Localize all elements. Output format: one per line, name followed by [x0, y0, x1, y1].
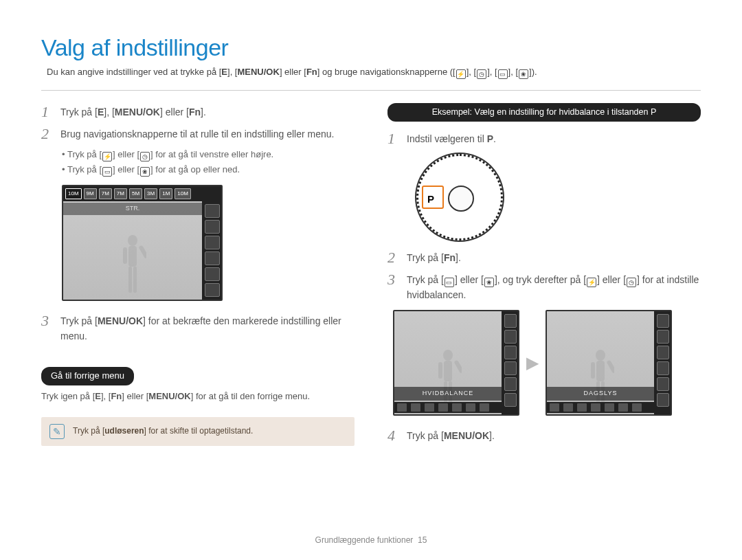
left-step-3: 3 Tryk på [MENU/OK] for at bekræfte den … — [41, 312, 355, 344]
intro-text: Du kan angive indstillinger ved at trykk… — [41, 67, 701, 91]
right-step-3: 3 Tryk på [▭] eller [❀], og tryk derefte… — [387, 271, 701, 302]
svg-rect-13 — [596, 361, 605, 381]
note-box: ✎ Tryk på [udløseren] for at skifte til … — [41, 417, 355, 446]
right-step-1: 1 Indstil vælgeren til P. — [387, 130, 701, 148]
page: Valg af indstillinger Du kan angive inds… — [0, 0, 742, 560]
svg-point-0 — [128, 235, 137, 246]
lcd-wb-icons — [547, 402, 654, 413]
lcd-body — [63, 201, 202, 300]
left-step-1: 1 Tryk på [E], [MENU/OK] eller [Fn]. — [41, 103, 355, 121]
left-bullets: Tryk på [⚡] eller [◷] for at gå til vens… — [62, 148, 355, 177]
silhouette-icon — [587, 348, 614, 410]
page-title: Valg af indstillinger — [41, 34, 701, 61]
svg-rect-3 — [138, 245, 146, 259]
display-icon: ▭ — [445, 278, 454, 287]
intro-key-e: E — [221, 67, 227, 77]
lcd-strip-label: DAGSLYS — [547, 387, 654, 401]
intro-key-menu: MENU/OK — [237, 67, 279, 77]
lcd-chip: 7M — [114, 188, 127, 199]
silhouette-icon — [434, 348, 462, 410]
timer-icon: ◷ — [627, 278, 636, 287]
svg-rect-8 — [438, 362, 442, 379]
svg-point-12 — [596, 350, 605, 361]
svg-rect-5 — [133, 267, 137, 293]
left-step-2: 2 Brug navigationsknapperne til at rulle… — [41, 125, 355, 143]
lcd-chip: 9M — [84, 188, 97, 199]
step-number: 2 — [387, 249, 400, 267]
lcd-chip: 3M — [144, 188, 157, 199]
silhouette-icon — [119, 234, 146, 295]
lcd-sidebar — [202, 201, 221, 300]
mode-dial: P — [415, 153, 504, 242]
macro-icon: ❀ — [519, 69, 528, 79]
go-back-text: Tryk igen på [E], [Fn] eller [MENU/OK] f… — [41, 390, 355, 403]
macro-icon: ❀ — [140, 167, 150, 177]
right-step-2: 2 Tryk på [Fn]. — [387, 249, 701, 267]
flash-icon: ⚡ — [587, 278, 596, 287]
svg-point-6 — [443, 350, 453, 361]
display-icon: ▭ — [102, 167, 112, 177]
go-back-heading: Gå til forrige menu — [41, 367, 134, 385]
lcd-chip: 7M — [99, 188, 112, 199]
svg-rect-4 — [128, 267, 132, 293]
step-number: 3 — [41, 312, 54, 344]
arrow-right-icon: ▶ — [526, 350, 539, 375]
lcd-compare-row: HVIDBALANCE ▶ DAGSLYS — [393, 310, 701, 416]
note-icon: ✎ — [49, 424, 65, 439]
timer-icon: ◷ — [140, 152, 150, 161]
bullet-up-down: Tryk på [▭] eller [❀] for at gå op eller… — [62, 163, 355, 177]
flash-icon: ⚡ — [456, 69, 466, 79]
timer-icon: ◷ — [477, 69, 486, 79]
step-number: 4 — [387, 427, 400, 445]
flash-icon: ⚡ — [102, 152, 112, 161]
step-number: 1 — [387, 130, 400, 148]
step-number: 2 — [41, 125, 54, 143]
lcd-chip: 10M — [175, 188, 191, 199]
intro-key-fn: Fn — [306, 67, 317, 77]
lcd-chip: 5M — [129, 188, 142, 199]
right-column: Eksempel: Vælg en indstilling for hvidba… — [387, 103, 701, 449]
svg-rect-9 — [453, 359, 462, 373]
lcd-chip: 1M — [159, 188, 172, 199]
left-column: 1 Tryk på [E], [MENU/OK] eller [Fn]. 2 B… — [41, 103, 355, 449]
svg-rect-14 — [591, 362, 595, 379]
svg-rect-7 — [444, 361, 452, 381]
content-columns: 1 Tryk på [E], [MENU/OK] eller [Fn]. 2 B… — [41, 103, 701, 449]
step-number: 1 — [41, 103, 54, 121]
intro-prefix: Du kan angive indstillinger ved at trykk… — [47, 67, 221, 77]
page-footer: Grundlæggende funktioner 15 — [0, 535, 742, 545]
lcd-strip-label: HVIDBALANCE — [394, 387, 502, 401]
display-icon: ▭ — [498, 69, 508, 79]
lcd-wb-icons — [394, 402, 502, 413]
right-step-4: 4 Tryk på [MENU/OK]. — [387, 427, 701, 445]
svg-rect-2 — [123, 247, 127, 264]
lcd-label: STR. — [63, 203, 202, 215]
step-number: 3 — [387, 271, 400, 302]
example-heading: Eksempel: Vælg en indstilling for hvidba… — [387, 103, 701, 122]
dial-mode-p: P — [427, 191, 434, 207]
macro-icon: ❀ — [484, 278, 494, 287]
svg-rect-15 — [606, 359, 614, 373]
svg-rect-1 — [128, 246, 137, 267]
lcd-after: DAGSLYS — [546, 310, 672, 416]
lcd-before: HVIDBALANCE — [393, 310, 519, 416]
camera-lcd: 10M 9M 7M 7M 5M 3M 1M 10M STR. — [62, 185, 223, 301]
bullet-left-right: Tryk på [⚡] eller [◷] for at gå til vens… — [62, 148, 355, 161]
lcd-topbar: 10M 9M 7M 7M 5M 3M 1M 10M — [63, 186, 221, 201]
lcd-chip: 10M — [65, 188, 82, 199]
